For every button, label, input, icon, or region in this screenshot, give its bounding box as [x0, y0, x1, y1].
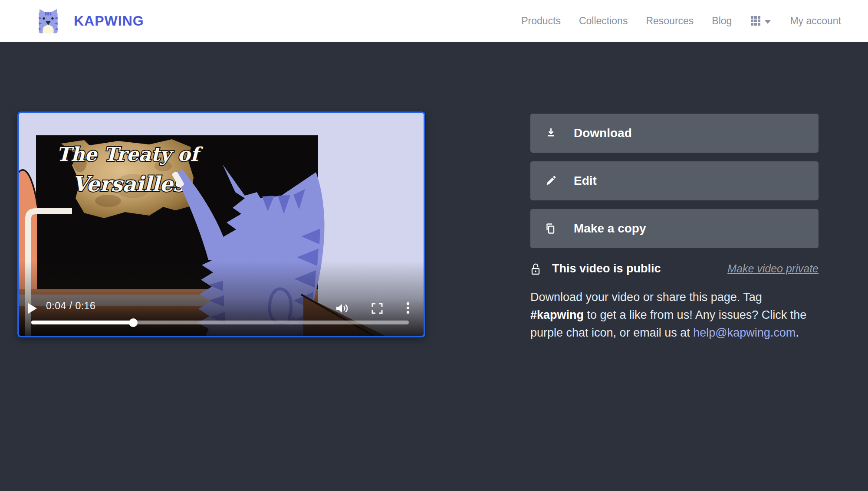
play-button[interactable] — [28, 303, 37, 314]
time-display: 0:04 / 0:16 — [46, 300, 95, 312]
video-controls: 0:04 / 0:16 — [19, 288, 424, 336]
volume-icon — [336, 303, 349, 314]
nav-collections[interactable]: Collections — [579, 15, 628, 27]
note-text-3: . — [796, 326, 799, 339]
more-options-button[interactable] — [406, 302, 410, 314]
main-nav: Products Collections Resources Blog My a… — [521, 15, 841, 27]
download-button[interactable]: Download — [530, 114, 819, 153]
nav-my-account[interactable]: My account — [790, 15, 841, 27]
fullscreen-button[interactable] — [372, 303, 383, 314]
kapwing-logo[interactable]: KAPWING — [36, 8, 144, 33]
share-note: Download your video or share this page. … — [530, 288, 819, 342]
nav-blog[interactable]: Blog — [712, 15, 732, 27]
share-panel: Download Edit Make a copy This video is … — [530, 114, 819, 342]
kapwing-hashtag: #kapwing — [530, 308, 584, 321]
nav-resources[interactable]: Resources — [646, 15, 694, 27]
privacy-status: This video is public — [552, 262, 661, 275]
help-email-link[interactable]: help@kapwing.com — [693, 326, 796, 339]
apps-menu-button[interactable] — [750, 16, 772, 26]
kapwing-share-page: { "header": { "brand": "KAPWING", "nav":… — [0, 0, 868, 491]
fullscreen-icon — [372, 303, 383, 314]
make-video-private-link[interactable]: Make video private — [727, 262, 819, 275]
nav-products[interactable]: Products — [521, 15, 561, 27]
download-icon — [545, 128, 558, 138]
apps-grid-icon — [751, 16, 760, 26]
make-a-copy-label: Make a copy — [574, 222, 646, 236]
video-title-line1: The Treaty of — [57, 143, 204, 165]
edit-button[interactable]: Edit — [530, 161, 819, 200]
video-title-line2: Versailles — [72, 172, 186, 196]
note-text-1: Download your video or share this page. … — [530, 291, 762, 304]
unlocked-padlock-icon — [530, 262, 541, 275]
volume-button[interactable] — [336, 303, 349, 314]
progress-bar[interactable] — [31, 321, 409, 324]
kapwing-cat-icon — [36, 8, 60, 33]
brand-wordmark: KAPWING — [74, 13, 144, 29]
chevron-down-icon — [765, 20, 771, 24]
video-player[interactable]: The Treaty of Versailles — [17, 111, 425, 337]
download-label: Download — [574, 126, 632, 140]
pencil-icon — [545, 175, 558, 187]
kebab-menu-icon — [406, 302, 410, 314]
top-header: KAPWING Products Collections Resources B… — [0, 0, 868, 42]
copy-icon — [545, 223, 558, 235]
progress-knob[interactable] — [129, 318, 138, 327]
edit-label: Edit — [574, 174, 597, 188]
progress-played — [31, 321, 133, 324]
privacy-row: This video is public Make video private — [530, 262, 819, 275]
make-a-copy-button[interactable]: Make a copy — [530, 209, 819, 248]
